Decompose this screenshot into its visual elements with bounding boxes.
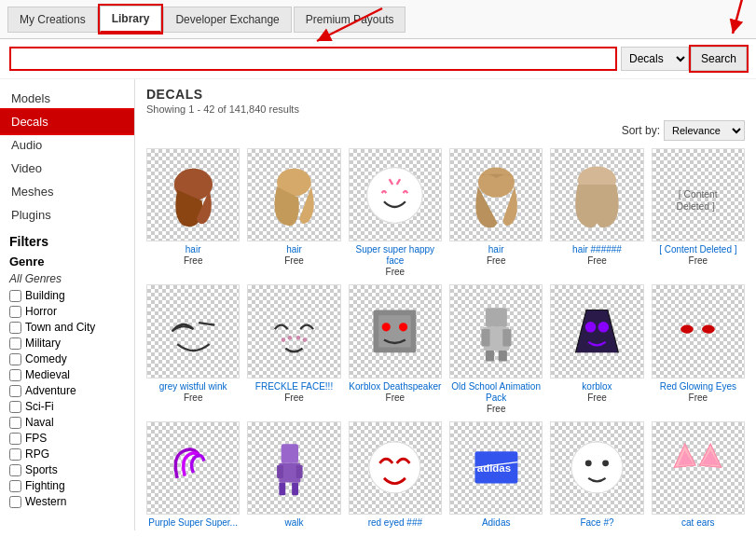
svg-rect-23 [498, 351, 506, 361]
sidebar-item-decals[interactable]: Decals [0, 110, 134, 133]
item-thumbnail [247, 284, 340, 378]
item-card[interactable]: Face #? [550, 421, 643, 529]
item-name: korblox [582, 381, 612, 392]
item-name: Korblox Deathspeaker [349, 381, 441, 392]
sidebar-item-models[interactable]: Models [0, 87, 134, 110]
item-card[interactable]: Super super happy faceFree [349, 148, 442, 277]
genre-label: Town and City [25, 321, 95, 334]
genre-item: Horror [9, 305, 125, 318]
item-card[interactable]: Red Glowing EyesFree [652, 284, 745, 413]
item-card[interactable]: FRECKLE FACE!!!Free [247, 284, 340, 413]
svg-line-9 [199, 323, 214, 324]
svg-point-11 [288, 336, 293, 340]
genre-item: Building [9, 289, 125, 302]
item-thumbnail [247, 421, 340, 515]
item-card[interactable]: [ ContentDeleted ][ Content Deleted ]Fre… [652, 148, 745, 277]
genre-checkbox[interactable] [9, 290, 21, 302]
item-card[interactable]: Old School Animation PackFree [449, 284, 543, 413]
tab-my-creations[interactable]: My Creations [7, 7, 98, 33]
genre-checkbox[interactable] [9, 401, 21, 413]
item-card[interactable]: hairFree [247, 148, 340, 277]
item-card[interactable]: walk [247, 421, 340, 529]
item-card[interactable]: hairFree [449, 148, 543, 277]
item-card[interactable]: red eyed ### [349, 421, 442, 529]
genre-label: Military [25, 337, 61, 350]
svg-point-10 [282, 337, 286, 342]
genre-checkbox[interactable] [9, 448, 21, 461]
item-card[interactable]: grey wistful winkFree [146, 284, 240, 413]
item-name: [ Content Deleted ] [659, 244, 736, 255]
item-price: Free [587, 255, 607, 266]
item-card[interactable]: korbloxFree [550, 284, 643, 413]
item-price: Free [386, 392, 405, 403]
genre-checkbox[interactable] [9, 433, 21, 445]
sidebar-item-meshes[interactable]: Meshes [0, 180, 134, 203]
item-card[interactable]: adidasAdidas [449, 421, 543, 529]
sidebar-item-audio[interactable]: Audio [0, 133, 134, 157]
item-price: Free [184, 392, 203, 403]
genre-label: FPS [25, 432, 47, 445]
items-grid: hairFreehairFreeSuper super happy faceFr… [146, 148, 745, 529]
item-name: hair ###### [572, 244, 622, 255]
genre-checkbox[interactable] [9, 306, 21, 318]
genre-item: RPG [9, 448, 125, 461]
genre-checkbox[interactable] [9, 417, 21, 429]
genre-label: Naval [25, 416, 54, 429]
genre-checkbox[interactable] [9, 385, 21, 397]
item-price: Free [689, 392, 708, 403]
genre-checkbox[interactable] [9, 480, 21, 492]
item-card[interactable]: hairFree [146, 148, 240, 277]
item-name: walk [284, 517, 303, 529]
genre-checkbox[interactable] [9, 353, 21, 365]
search-type-select[interactable]: Decals Models Audio Video Meshes Plugins [621, 47, 689, 71]
all-genres-label: All Genres [9, 272, 125, 285]
genre-item: Medieval [9, 368, 125, 381]
item-card[interactable]: Purple Super Super... [146, 421, 240, 529]
genre-label: Adventure [25, 384, 76, 397]
item-name: Red Glowing Eyes [660, 381, 736, 392]
svg-point-39 [585, 461, 592, 467]
item-thumbnail [550, 148, 643, 241]
filters-title: Filters [9, 234, 125, 249]
genre-label: Comedy [25, 352, 67, 365]
genre-checkbox[interactable] [9, 496, 21, 508]
genre-checkbox[interactable] [9, 464, 21, 476]
item-name: Super super happy face [349, 244, 442, 267]
svg-point-38 [571, 442, 623, 493]
item-card[interactable]: hair ######Free [550, 148, 643, 277]
genre-label: Western [25, 495, 66, 508]
item-thumbnail: [ ContentDeleted ] [652, 148, 745, 241]
svg-point-13 [303, 337, 308, 342]
item-name: hair [286, 244, 302, 255]
genre-checkbox[interactable] [9, 322, 21, 334]
item-name: Purple Super Super... [148, 517, 238, 529]
item-price: Free [587, 392, 607, 403]
sidebar-item-video[interactable]: Video [0, 157, 134, 180]
sidebar-item-plugins[interactable]: Plugins [0, 203, 134, 227]
sort-bar: Sort by: Relevance Most Taken Favorites … [146, 120, 745, 141]
genre-checkbox[interactable] [9, 369, 21, 381]
svg-point-25 [598, 322, 609, 332]
arrow-to-search-icon [261, 4, 392, 50]
genre-label: Sports [25, 463, 58, 476]
item-thumbnail [550, 421, 643, 515]
item-price: Free [284, 392, 304, 403]
item-name: red eyed ### [368, 517, 422, 529]
search-button[interactable]: Search [691, 47, 747, 71]
item-card[interactable]: Korblox DeathspeakerFree [349, 284, 442, 413]
genre-checkbox[interactable] [9, 337, 21, 350]
sort-label: Sort by: [622, 124, 660, 137]
item-card[interactable]: cat ears [652, 421, 745, 529]
item-name: Adidas [482, 517, 511, 529]
item-price: Free [689, 255, 708, 266]
results-info: Showing 1 - 42 of 141,840 results [146, 103, 745, 115]
sidebar: Models Decals Audio Video Meshes Plugins… [0, 79, 135, 530]
genre-item: Western [9, 495, 125, 508]
item-price: Free [487, 255, 506, 266]
genre-title: Genre [9, 255, 125, 268]
tab-library[interactable]: Library [100, 6, 162, 33]
sort-select[interactable]: Relevance Most Taken Favorites Updated R… [664, 120, 745, 141]
svg-rect-33 [292, 483, 298, 496]
item-thumbnail [449, 284, 543, 378]
svg-point-12 [296, 336, 301, 340]
